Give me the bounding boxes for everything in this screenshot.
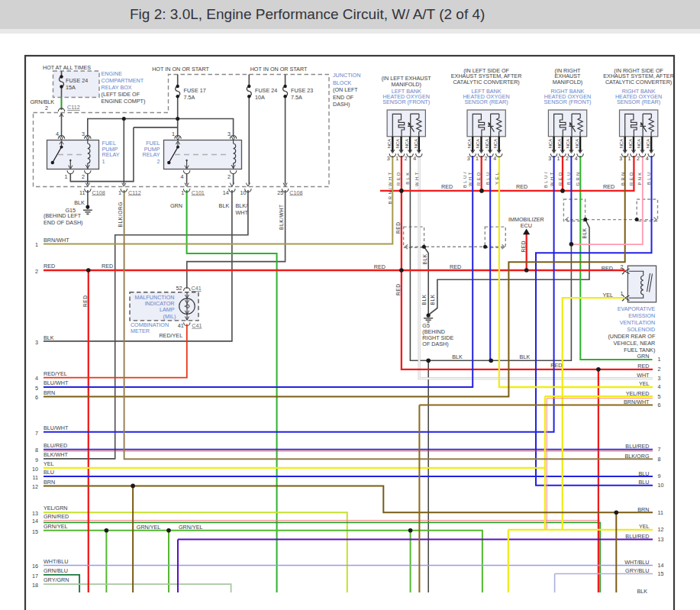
svg-text:2: 2 [45,105,48,111]
svg-text:RED: RED [629,170,634,186]
svg-text:BLU: BLU [639,479,650,486]
svg-text:18: 18 [32,582,38,589]
svg-text:BRN/WHT: BRN/WHT [624,399,650,405]
svg-text:1: 1 [102,158,105,165]
svg-text:BLK/: BLK/ [236,202,248,209]
svg-text:BRN: BRN [637,506,649,513]
svg-text:10: 10 [32,466,38,473]
svg-text:GRN/YEL: GRN/YEL [137,524,161,531]
svg-text:RED: RED [558,170,563,186]
svg-text:2: 2 [227,173,231,180]
svg-text:YEL: YEL [639,523,650,530]
svg-text:4: 4 [35,375,38,382]
svg-text:BLU: BLU [639,470,650,477]
svg-text:4: 4 [56,131,59,137]
svg-text:5: 5 [35,385,38,392]
svg-text:14: 14 [223,189,229,196]
svg-text:3: 3 [35,339,38,346]
svg-text:END OF: END OF [333,94,354,101]
svg-text:BLK: BLK [422,253,427,264]
svg-text:C112: C112 [67,104,80,111]
svg-text:JUNCTION: JUNCTION [333,72,360,79]
svg-text:3: 3 [82,131,85,137]
svg-text:RED: RED [395,221,401,234]
svg-text:17: 17 [32,573,38,579]
svg-text:EVAPORATIVE: EVAPORATIVE [618,305,656,312]
svg-text:YEL: YEL [44,460,54,467]
svg-text:(MIL): (MIL) [163,313,176,320]
svg-text:C101: C101 [192,189,205,196]
svg-text:1: 1 [118,189,121,196]
svg-text:13: 13 [658,536,664,543]
svg-text:RED: RED [602,265,613,272]
svg-text:YEL: YEL [639,380,650,387]
svg-text:RED: RED [395,283,401,295]
svg-text:BLK/WHT: BLK/WHT [279,204,284,230]
svg-text:15: 15 [32,528,38,535]
svg-text:4: 4 [181,173,184,180]
svg-text:YEL/GRN: YEL/GRN [44,505,68,512]
svg-text:BLK: BLK [582,228,587,238]
svg-text:ENGINE COMPT): ENGINE COMPT) [102,98,146,105]
svg-text:BLU: BLU [485,170,490,185]
svg-text:RED: RED [476,170,481,186]
svg-text:2: 2 [157,158,160,165]
svg-text:OF DASH): OF DASH) [422,341,448,347]
svg-text:HOT IN ON OR START: HOT IN ON OR START [250,66,308,73]
svg-text:15: 15 [658,570,664,577]
svg-text:VEHICLE, NEAR: VEHICLE, NEAR [614,340,656,347]
svg-text:41: 41 [178,322,184,329]
svg-text:VENTILATION: VENTILATION [620,319,656,326]
svg-text:BLK/ORG: BLK/ORG [118,202,123,228]
svg-text:9: 9 [35,457,38,463]
svg-text:METER: METER [131,328,150,334]
svg-text:BRN/WHT: BRN/WHT [44,237,69,244]
svg-text:ENGINE: ENGINE [102,70,123,77]
svg-text:(LEFT SIDE OF: (LEFT SIDE OF [102,91,140,98]
svg-text:GRN/BLK: GRN/BLK [30,98,54,105]
svg-text:52: 52 [176,285,182,292]
svg-text:BLU/: BLU/ [463,170,467,188]
svg-text:6: 6 [35,394,38,401]
svg-text:BLU/RED: BLU/RED [625,443,649,450]
svg-text:BRN: BRN [44,479,55,486]
svg-text:PNK: PNK [637,170,642,185]
svg-text:BRN: BRN [44,389,55,396]
svg-text:7: 7 [658,446,661,453]
svg-text:RELAY: RELAY [102,151,120,158]
svg-text:GRY/GRN: GRY/GRN [44,576,69,583]
svg-text:BLK/ORG: BLK/ORG [625,453,650,460]
svg-text:RED: RED [450,263,461,270]
svg-text:SENSOR (FRONT): SENSOR (FRONT) [544,98,592,105]
svg-text:GRN/YEL: GRN/YEL [44,523,68,530]
svg-text:RED: RED [521,240,526,253]
svg-text:SENSOR (REAR): SENSOR (REAR) [617,98,660,105]
svg-text:GRN: GRN [170,202,182,209]
svg-text:WHT: WHT [415,170,419,186]
svg-text:CATALYTIC CONVERTER): CATALYTIC CONVERTER) [605,79,672,86]
svg-text:RED/YEL: RED/YEL [44,370,67,377]
svg-text:SENSOR (FRONT): SENSOR (FRONT) [382,98,430,105]
svg-text:BLOCK: BLOCK [333,79,352,86]
svg-text:RED: RED [441,183,453,190]
svg-text:14: 14 [32,518,38,524]
svg-text:FUSE 24: FUSE 24 [66,77,88,84]
svg-text:FUSE 24: FUSE 24 [255,87,277,94]
svg-text:15A: 15A [66,84,76,91]
svg-text:RED: RED [603,183,615,190]
svg-text:3: 3 [227,131,231,137]
svg-text:2: 2 [621,263,624,270]
svg-text:9: 9 [658,473,661,479]
svg-text:C41: C41 [192,285,202,292]
svg-text:RED: RED [396,170,401,186]
svg-text:8: 8 [658,456,661,463]
svg-text:LAMP: LAMP [160,306,175,313]
svg-text:YEL/RED: YEL/RED [626,390,650,397]
svg-text:C41: C41 [192,322,202,329]
svg-text:GRN/YEL: GRN/YEL [179,524,203,531]
svg-text:11: 11 [658,509,663,516]
svg-text:WHT: WHT [236,209,249,216]
svg-text:4: 4 [658,383,661,390]
svg-text:BLU: BLU [647,170,651,185]
svg-text:1: 1 [65,173,68,180]
